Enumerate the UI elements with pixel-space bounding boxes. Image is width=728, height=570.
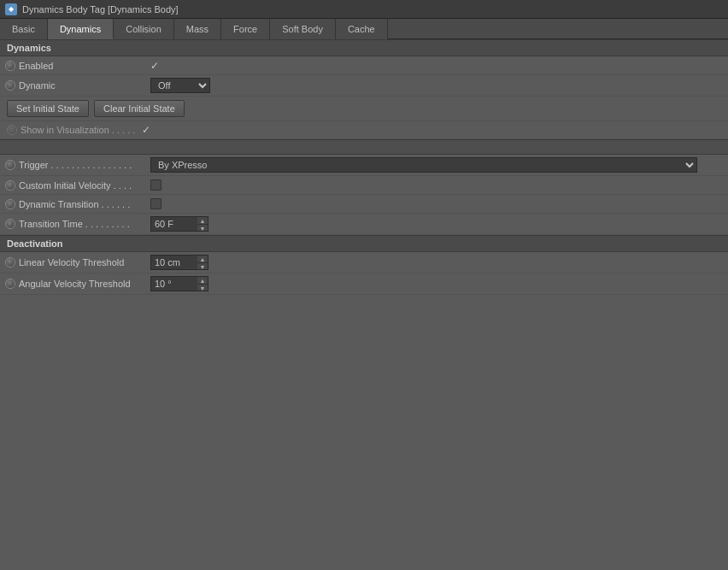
custom-vel-radio[interactable]: [5, 180, 15, 191]
transition-time-label: Transition Time . . . . . . . . .: [5, 219, 150, 229]
angular-vel-up[interactable]: ▲: [197, 277, 208, 285]
transition-time-arrows: ▲ ▼: [197, 216, 208, 232]
dynamic-trans-value: [150, 198, 161, 209]
linear-vel-up[interactable]: ▲: [197, 256, 208, 263]
linear-vel-label: Linear Velocity Threshold: [5, 257, 150, 267]
enabled-row: Enabled ✓: [0, 56, 728, 75]
spinner-up[interactable]: ▲: [197, 217, 208, 225]
title-bar: ◆ Dynamics Body Tag [Dynamics Body]: [0, 0, 728, 19]
dynamic-radio[interactable]: [5, 80, 15, 91]
linear-vel-input[interactable]: [150, 255, 197, 270]
trigger-dropdown[interactable]: By XPresso Immediately On Collision: [150, 157, 697, 173]
linear-vel-down[interactable]: ▼: [197, 263, 208, 270]
trigger-radio[interactable]: [5, 160, 15, 170]
custom-vel-toggle[interactable]: [150, 179, 161, 191]
initial-state-buttons-row: Set Initial State Clear Initial State: [0, 97, 728, 121]
angular-vel-text: Angular Velocity Threshold: [19, 279, 131, 289]
show-viz-row: Show in Visualization . . . . . ✓: [0, 121, 728, 139]
trigger-row: Trigger . . . . . . . . . . . . . . . . …: [0, 155, 728, 176]
angular-vel-radio[interactable]: [5, 279, 15, 289]
title-text: Dynamics Body Tag [Dynamics Body]: [22, 4, 179, 15]
transition-time-radio[interactable]: [5, 219, 15, 229]
tab-softbody[interactable]: Soft Body: [270, 19, 336, 39]
panel: Dynamics Enabled ✓ Dynamic Off On Set In…: [0, 39, 728, 570]
dynamic-text: Dynamic: [19, 80, 56, 91]
tab-cache[interactable]: Cache: [336, 19, 388, 39]
dynamic-trans-radio[interactable]: [5, 199, 15, 209]
transition-time-spinner[interactable]: ▲ ▼: [150, 216, 208, 232]
tab-dynamics[interactable]: Dynamics: [48, 19, 114, 39]
transition-time-text: Transition Time . . . . . . . . .: [19, 219, 130, 229]
linear-vel-text: Linear Velocity Threshold: [19, 257, 124, 267]
angular-vel-arrows: ▲ ▼: [197, 276, 208, 291]
linear-vel-row: Linear Velocity Threshold ▲ ▼: [0, 252, 728, 273]
title-icon: ◆: [5, 3, 17, 15]
show-viz-text: Show in Visualization . . . . .: [21, 125, 135, 135]
tab-mass[interactable]: Mass: [174, 19, 221, 39]
spinner-down[interactable]: ▼: [197, 225, 208, 232]
linear-vel-spinner[interactable]: ▲ ▼: [150, 255, 208, 270]
separator-1: [0, 139, 728, 155]
custom-vel-row: Custom Initial Velocity . . . .: [0, 176, 728, 195]
trigger-text: Trigger . . . . . . . . . . . . . . . .: [19, 160, 132, 170]
custom-vel-label: Custom Initial Velocity . . . .: [5, 180, 150, 191]
dynamic-row: Dynamic Off On: [0, 75, 728, 97]
deactivation-section-header: Deactivation: [0, 235, 728, 252]
angular-vel-label: Angular Velocity Threshold: [5, 279, 150, 289]
clear-initial-state-button[interactable]: Clear Initial State: [94, 100, 185, 117]
linear-vel-arrows: ▲ ▼: [197, 255, 208, 270]
enabled-text: Enabled: [19, 61, 53, 71]
dynamics-section-header: Dynamics: [0, 39, 728, 56]
angular-vel-spinner[interactable]: ▲ ▼: [150, 276, 208, 291]
dynamic-dropdown[interactable]: Off On: [150, 78, 210, 93]
angular-vel-down[interactable]: ▼: [197, 285, 208, 291]
custom-vel-text: Custom Initial Velocity . . . .: [19, 180, 132, 191]
tab-collision[interactable]: Collision: [114, 19, 174, 39]
trigger-label: Trigger . . . . . . . . . . . . . . . .: [5, 160, 150, 170]
tab-force[interactable]: Force: [221, 19, 270, 39]
show-viz-checkmark[interactable]: ✓: [142, 124, 150, 136]
transition-time-value: ▲ ▼: [150, 216, 208, 232]
angular-vel-row: Angular Velocity Threshold ▲ ▼: [0, 273, 728, 295]
dynamic-trans-toggle[interactable]: [150, 198, 161, 209]
dynamic-trans-label: Dynamic Transition . . . . . .: [5, 199, 150, 209]
set-initial-state-button[interactable]: Set Initial State: [7, 100, 89, 117]
transition-time-row: Transition Time . . . . . . . . . ▲ ▼: [0, 214, 728, 235]
angular-vel-value: ▲ ▼: [150, 276, 208, 291]
enabled-label: Enabled: [5, 61, 150, 71]
tab-basic[interactable]: Basic: [0, 19, 48, 39]
trigger-value: By XPresso Immediately On Collision: [150, 157, 697, 173]
enabled-value: ✓: [150, 60, 159, 72]
tab-bar: Basic Dynamics Collision Mass Force Soft…: [0, 19, 728, 39]
show-viz-radio[interactable]: [7, 125, 17, 135]
linear-vel-radio[interactable]: [5, 257, 15, 267]
enabled-radio[interactable]: [5, 61, 15, 71]
linear-vel-value: ▲ ▼: [150, 255, 208, 270]
angular-vel-input[interactable]: [150, 276, 197, 291]
dynamic-trans-row: Dynamic Transition . . . . . .: [0, 195, 728, 214]
custom-vel-value: [150, 179, 161, 191]
dynamic-label: Dynamic: [5, 80, 150, 91]
dynamic-trans-text: Dynamic Transition . . . . . .: [19, 199, 130, 209]
transition-time-input[interactable]: [150, 216, 197, 232]
dynamic-value: Off On: [150, 78, 210, 93]
enabled-checkmark[interactable]: ✓: [150, 60, 159, 72]
